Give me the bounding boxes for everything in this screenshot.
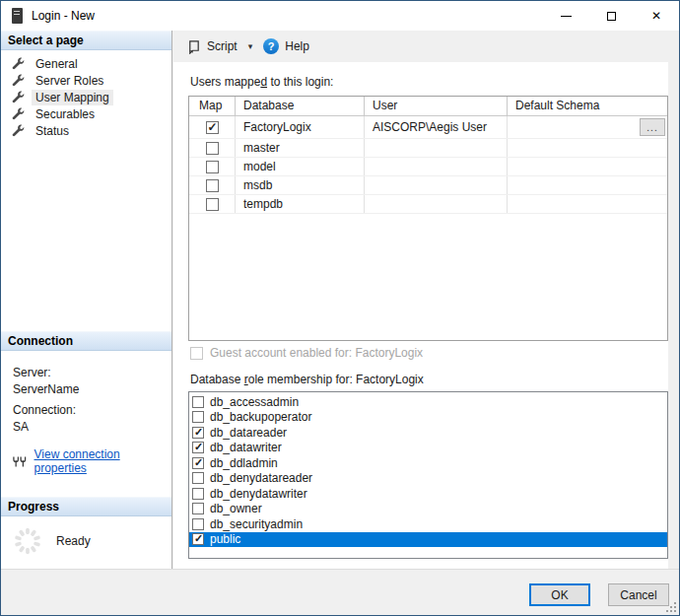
connection-header: Connection xyxy=(1,331,171,351)
role-item[interactable]: db_ddladmin xyxy=(189,455,667,471)
table-row: master xyxy=(189,139,667,158)
sidebar-item-securables[interactable]: Securables xyxy=(1,105,171,122)
sidebar-item-label: Securables xyxy=(32,106,99,122)
users-mapped-label: Users mapped to this login: xyxy=(190,75,333,89)
role-checkbox[interactable] xyxy=(192,411,204,423)
role-label: db_datareader xyxy=(210,426,287,440)
role-checkbox[interactable] xyxy=(192,396,204,408)
select-a-page-section: Select a page General Server Roles User … xyxy=(1,31,171,139)
role-label: db_denydatareader xyxy=(210,471,312,485)
wrench-icon xyxy=(10,123,25,138)
close-button[interactable]: ✕ xyxy=(634,1,679,31)
role-label: public xyxy=(210,532,240,546)
script-dropdown-arrow[interactable]: ▾ xyxy=(242,38,259,54)
role-item[interactable]: db_securityadmin xyxy=(189,516,667,532)
role-label: db_accessadmin xyxy=(210,395,299,409)
help-icon: ? xyxy=(263,38,279,54)
role-membership-label: Database role membership for: FactoryLog… xyxy=(190,373,424,386)
footer-bar: OK Cancel xyxy=(1,569,679,615)
sidebar-item-status[interactable]: Status xyxy=(1,122,171,139)
role-label: db_ddladmin xyxy=(210,456,278,470)
map-checkbox[interactable] xyxy=(206,161,219,173)
role-checkbox[interactable] xyxy=(192,442,204,453)
default-schema-cell xyxy=(508,139,667,157)
default-schema-cell xyxy=(508,176,667,194)
wrench-icon xyxy=(10,106,25,121)
role-item[interactable]: db_datareader xyxy=(189,425,667,441)
map-checkbox[interactable] xyxy=(206,142,219,155)
connection-label: Connection: xyxy=(13,403,162,417)
user-cell: AISCORP\Aegis User xyxy=(365,116,508,138)
guest-account-row: Guest account enabled for: FactoryLogix xyxy=(190,346,423,360)
guest-account-label: Guest account enabled for: FactoryLogix xyxy=(210,346,423,360)
column-header-user: User xyxy=(365,97,508,116)
title-bar: Login - New ✕ xyxy=(1,1,679,31)
default-schema-cell: ... xyxy=(508,116,667,138)
window-title: Login - New xyxy=(32,9,95,23)
toolbar: Script ▾ ? Help xyxy=(173,31,679,62)
database-cell: tempdb xyxy=(236,195,365,213)
help-button[interactable]: ? Help xyxy=(258,35,314,57)
database-cell: FactoryLogix xyxy=(236,116,365,138)
role-item[interactable]: db_denydatawriter xyxy=(189,486,667,502)
role-label: db_denydatawriter xyxy=(210,487,307,501)
user-mapping-page: Users mapped to this login: Map Database… xyxy=(173,62,668,571)
minimize-button[interactable] xyxy=(543,1,588,31)
role-checkbox[interactable] xyxy=(192,488,204,500)
default-schema-cell xyxy=(508,158,667,175)
maximize-icon xyxy=(607,12,616,21)
sidebar-item-server-roles[interactable]: Server Roles xyxy=(1,72,171,89)
progress-header: Progress xyxy=(1,497,171,516)
role-item[interactable]: db_accessadmin xyxy=(189,394,667,410)
role-label: db_backupoperator xyxy=(210,410,311,424)
role-item[interactable]: db_denydatareader xyxy=(189,471,667,487)
role-label: db_datawriter xyxy=(210,441,282,454)
role-checkbox[interactable] xyxy=(192,427,204,439)
role-item-public[interactable]: public xyxy=(189,532,667,548)
role-checkbox[interactable] xyxy=(192,472,204,484)
sidebar-item-general[interactable]: General xyxy=(1,55,171,72)
minimize-icon xyxy=(561,16,572,17)
role-item[interactable]: db_backupoperator xyxy=(189,410,667,426)
role-checkbox[interactable] xyxy=(192,518,204,530)
browse-schema-button[interactable]: ... xyxy=(640,118,665,136)
ok-button[interactable]: OK xyxy=(529,583,590,606)
map-checkbox[interactable] xyxy=(206,179,219,192)
script-icon xyxy=(186,39,201,54)
view-connection-properties-link[interactable]: View connection properties xyxy=(34,447,163,475)
database-cell: master xyxy=(236,139,365,157)
role-membership-list: db_accessadmin db_backupoperator db_data… xyxy=(188,391,668,559)
maximize-button[interactable] xyxy=(588,1,634,31)
user-cell xyxy=(365,139,508,157)
sidebar-item-user-mapping[interactable]: User Mapping xyxy=(1,89,171,105)
connection-section: Connection Server: ServerName Connection… xyxy=(1,331,171,475)
window-controls: ✕ xyxy=(543,1,679,31)
select-a-page-header: Select a page xyxy=(1,31,171,50)
users-mapped-table: Map Database User Default Schema Factory… xyxy=(188,96,668,341)
progress-spinner-icon xyxy=(13,526,42,556)
connection-properties-icon xyxy=(13,455,27,468)
sidebar-item-label: Status xyxy=(32,123,73,139)
server-value: ServerName xyxy=(13,382,162,396)
cancel-button[interactable]: Cancel xyxy=(608,583,669,606)
table-row: model xyxy=(189,158,667,176)
role-checkbox[interactable] xyxy=(192,457,204,469)
role-checkbox[interactable] xyxy=(192,533,204,545)
map-checkbox[interactable] xyxy=(206,121,219,134)
role-item[interactable]: db_datawriter xyxy=(189,441,667,456)
sidebar-item-label: User Mapping xyxy=(32,90,113,105)
user-cell xyxy=(365,176,508,194)
column-header-database: Database xyxy=(236,97,365,116)
wrench-icon xyxy=(10,56,25,71)
progress-status: Ready xyxy=(56,534,91,548)
resize-grip[interactable] xyxy=(665,601,677,613)
role-checkbox[interactable] xyxy=(192,503,204,514)
script-label: Script xyxy=(207,39,238,53)
sidebar-item-label: Server Roles xyxy=(32,73,107,89)
connection-value: SA xyxy=(13,420,162,434)
help-label: Help xyxy=(285,39,309,53)
script-button[interactable]: Script xyxy=(181,36,242,57)
map-checkbox[interactable] xyxy=(206,198,219,211)
role-item[interactable]: db_owner xyxy=(189,502,667,517)
table-header-row: Map Database User Default Schema xyxy=(189,97,667,116)
